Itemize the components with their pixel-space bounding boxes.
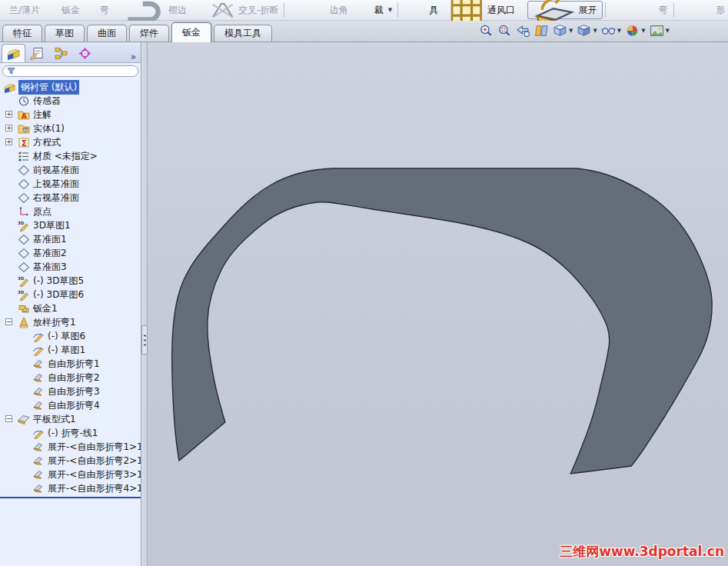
tree-item-label: 原点: [33, 205, 52, 218]
filter-box[interactable]: [2, 65, 138, 77]
toolbar-trim-button[interactable]: 裁▼: [371, 1, 395, 19]
apply-scene-button[interactable]: ▼: [650, 24, 670, 38]
edit-appearance-button[interactable]: ▼: [625, 24, 645, 38]
tree-item[interactable]: 钢衬管 (默认): [0, 80, 141, 94]
annotations-icon: A: [18, 109, 30, 121]
toolbar-button-label: 展开: [578, 4, 597, 17]
panel-tab-propertymanager[interactable]: [25, 44, 49, 62]
dropdown-arrow-icon[interactable]: ▼: [666, 28, 670, 34]
watermark: 三维网www.3dportal.cn: [560, 543, 724, 561]
flat-pattern-icon: [18, 414, 30, 425]
sheet-metal-icon: [18, 303, 30, 315]
dropdown-arrow-icon[interactable]: ▼: [641, 28, 645, 34]
tab-sketch[interactable]: 草图: [45, 25, 85, 42]
tree-item[interactable]: −放样折弯1: [0, 315, 141, 329]
zoom-area-button[interactable]: [497, 24, 512, 38]
toolbar-button-label: 兰/薄片: [9, 4, 40, 17]
expand-plus-icon[interactable]: +: [5, 138, 12, 145]
hide-show-items-button[interactable]: ▼: [601, 24, 621, 38]
tree-item[interactable]: 展开-<自由形折弯2>1: [0, 454, 141, 468]
expand-plus-icon[interactable]: +: [5, 125, 12, 132]
tab-sheet-metal[interactable]: 钣金: [171, 22, 211, 42]
tree-item-label: 基准面2: [33, 247, 67, 260]
display-style-button[interactable]: ▼: [577, 24, 597, 38]
svg-text:A: A: [22, 112, 27, 120]
part-canvas[interactable]: [148, 42, 728, 566]
tree-item[interactable]: 展开-<自由形折弯1>1: [0, 440, 141, 454]
dropdown-arrow-icon[interactable]: ▼: [617, 28, 621, 34]
panel-tab-featuremanager[interactable]: [2, 44, 25, 62]
tree-item[interactable]: +Σ方程式: [0, 135, 141, 149]
tab-features[interactable]: 特征: [2, 25, 42, 42]
tree-item[interactable]: 右视基准面: [0, 191, 141, 205]
panel-tabs-overflow-chevron[interactable]: »: [131, 52, 135, 62]
tree-item[interactable]: 基准面1: [0, 232, 141, 246]
origin-icon: [18, 206, 30, 218]
tree-item[interactable]: 自由形折弯2: [0, 371, 141, 385]
tree-item[interactable]: 基准面3: [0, 260, 141, 274]
toolbar-tool-button[interactable]: 具: [426, 1, 441, 19]
toolbar-button-label: 交叉-折断: [238, 4, 278, 17]
panel-tab-dimxpert[interactable]: [73, 44, 97, 62]
tree-item[interactable]: 原点: [0, 205, 141, 218]
tab-surfaces[interactable]: 曲面: [87, 25, 127, 42]
tree-item-label: 自由形折弯1: [48, 358, 100, 371]
toolbar-button-label: 形: [716, 4, 725, 17]
plane-icon: [18, 178, 30, 190]
tree-item[interactable]: (-) 折弯-线1: [0, 426, 141, 440]
graphics-viewport[interactable]: 三维网www.3dportal.cn: [148, 42, 728, 566]
tree-item[interactable]: 展开-<自由形折弯3>1: [0, 468, 141, 481]
toolbar-unfold-button[interactable]: 展开: [527, 1, 603, 19]
splitter-collapse-handle[interactable]: ◂◂◂: [141, 325, 148, 355]
tree-item[interactable]: 3D(-) 3D草图5: [0, 274, 141, 288]
toolbar-base-flange-tab-button: 兰/薄片: [6, 1, 43, 19]
toolbar-vent-button[interactable]: 通风口: [446, 1, 518, 19]
collapse-minus-icon[interactable]: −: [5, 318, 12, 325]
plane-icon: [18, 165, 30, 176]
tree-item[interactable]: +实体(1): [0, 122, 141, 135]
tree-item[interactable]: 3D(-) 3D草图6: [0, 288, 141, 301]
dropdown-arrow-icon[interactable]: ▼: [593, 28, 597, 34]
tree-item[interactable]: (-) 草图1: [0, 343, 141, 357]
dropdown-arrow-icon[interactable]: ▼: [388, 7, 392, 13]
tree-item[interactable]: −平板型式1: [0, 412, 141, 426]
dropdown-arrow-icon[interactable]: ▼: [569, 28, 573, 34]
tree-item[interactable]: 传感器: [0, 94, 141, 108]
tree-item-label: 上视基准面: [33, 178, 79, 191]
flat-pattern-shape[interactable]: [172, 168, 712, 474]
tree-item[interactable]: +A注解: [0, 108, 141, 122]
plane-icon: [18, 234, 30, 245]
section-view-button[interactable]: [534, 24, 549, 38]
tree-item-label: 实体(1): [33, 122, 65, 135]
panel-tab-configurationmanager[interactable]: [49, 44, 73, 62]
tree-item-label: 3D草图1: [33, 219, 71, 232]
tree-item[interactable]: 上视基准面: [0, 177, 141, 191]
tree-item-label: 自由形折弯3: [48, 385, 100, 398]
tree-item[interactable]: 基准面2: [0, 246, 141, 260]
command-tabs: 特征草图曲面焊件钣金模具工具: [0, 22, 272, 42]
tree-item-label: 展开-<自由形折弯1>1: [48, 441, 141, 454]
tree-item[interactable]: 自由形折弯3: [0, 385, 141, 398]
tree-item[interactable]: 3D3D草图1: [0, 218, 141, 232]
tree-item[interactable]: (-) 草图6: [0, 329, 141, 343]
tab-mold-tools[interactable]: 模具工具: [214, 25, 272, 42]
tree-item[interactable]: 材质 <未指定>: [0, 149, 141, 163]
tree-item-label: 平板型式1: [33, 413, 76, 426]
tree-item[interactable]: 前视基准面: [0, 163, 141, 177]
zoom-fit-button[interactable]: [479, 24, 494, 38]
previous-view-button[interactable]: [516, 24, 530, 38]
tab-weldments[interactable]: 焊件: [129, 25, 169, 42]
tree-item[interactable]: 钣金1: [0, 301, 141, 315]
previous-view-icon: [516, 24, 530, 38]
toolbar-button-label: 弯: [100, 4, 109, 17]
tree-item[interactable]: 自由形折弯4: [0, 398, 141, 412]
panel-splitter[interactable]: ◂◂◂: [141, 42, 148, 566]
collapse-minus-icon[interactable]: −: [5, 415, 12, 422]
tree-item[interactable]: 自由形折弯1: [0, 357, 141, 371]
tree-item-label: 基准面3: [33, 261, 67, 274]
view-orientation-button[interactable]: ▼: [553, 24, 573, 38]
tree-item[interactable]: 展开-<自由形折弯4>1: [0, 481, 141, 495]
expand-plus-icon[interactable]: +: [5, 111, 12, 118]
feature-filter-input[interactable]: [18, 67, 134, 75]
rollback-bar[interactable]: [0, 497, 141, 498]
